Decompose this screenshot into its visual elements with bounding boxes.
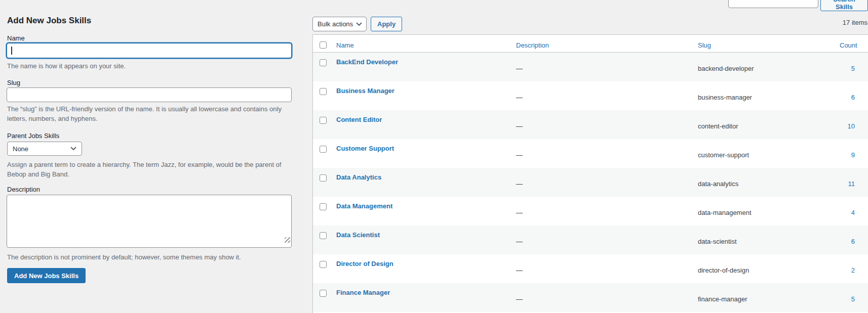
term-slug-cell: data-management [698, 197, 840, 226]
bulk-actions-value: Bulk actions [318, 20, 353, 28]
term-name-link[interactable]: Data Analytics [336, 173, 381, 181]
row-checkbox[interactable] [320, 88, 327, 95]
table-row: Customer Support — customer-support 9 [313, 139, 868, 168]
row-checkbox-cell [313, 254, 330, 283]
term-slug-cell: finance-manager [698, 283, 840, 312]
term-name-link[interactable]: Director of Design [336, 260, 393, 267]
name-input[interactable] [7, 43, 292, 58]
term-name-link[interactable]: Business Manager [336, 87, 394, 95]
term-name-cell: Data Analytics [330, 168, 516, 197]
table-row: Business Manager — business-manager 6 [313, 81, 868, 110]
term-name-cell: Director of Design [330, 254, 516, 283]
term-description-cell: — [516, 197, 698, 226]
chevron-down-icon [70, 147, 76, 151]
term-name-link[interactable]: Customer Support [336, 145, 394, 152]
term-count-link[interactable]: 10 [848, 122, 855, 130]
term-name-cell: Finance Manager [330, 283, 516, 312]
term-count-link[interactable]: 5 [851, 295, 855, 303]
slug-input[interactable] [7, 87, 292, 102]
terms-table: Name Description Slug Count BackEnd Deve… [312, 34, 868, 313]
row-checkbox-cell [313, 283, 330, 312]
parent-label: Parent Jobs Skills [7, 132, 59, 140]
row-checkbox-cell [313, 139, 330, 168]
name-input-wrap [7, 43, 292, 58]
table-row: Data Analytics — data-analytics 11 [313, 168, 868, 197]
term-slug-cell: data-analytics [698, 168, 840, 197]
term-name-link[interactable]: Content Editor [336, 116, 382, 123]
term-count-link[interactable]: 9 [851, 151, 855, 159]
row-checkbox-cell [313, 197, 330, 226]
term-count-cell: 9 [840, 139, 868, 168]
table-body: BackEnd Developer — backend-developer 5 … [313, 53, 868, 312]
table-row: Director of Design — director-of-design … [313, 254, 868, 283]
apply-button[interactable]: Apply [371, 17, 402, 31]
row-checkbox[interactable] [320, 203, 327, 210]
table-row: Data Scientist — data-scientist 6 [313, 226, 868, 254]
term-name-cell: Customer Support [330, 139, 516, 168]
term-description-cell: — [516, 226, 698, 254]
term-description-cell: — [516, 139, 698, 168]
term-description-cell: — [516, 283, 698, 312]
text-caret [11, 47, 12, 55]
term-description-cell: — [516, 254, 698, 283]
row-checkbox[interactable] [320, 174, 327, 182]
header-checkbox-cell [313, 35, 330, 52]
term-count-link[interactable]: 4 [851, 209, 855, 216]
row-checkbox[interactable] [320, 59, 327, 66]
table-row: Finance Manager — finance-manager 5 [313, 283, 868, 312]
term-count-link[interactable]: 6 [851, 238, 855, 245]
term-description-cell: — [516, 168, 698, 197]
column-header-description[interactable]: Description [516, 35, 698, 52]
term-slug-cell: customer-support [698, 139, 840, 168]
term-name-cell: BackEnd Developer [330, 53, 516, 81]
term-count-cell: 6 [840, 81, 868, 110]
row-checkbox-cell [313, 110, 330, 139]
textarea-resize-handle[interactable] [285, 237, 290, 243]
items-count: 17 items [785, 19, 867, 26]
table-row: Data Management — data-management 4 [313, 197, 868, 226]
row-checkbox[interactable] [320, 232, 327, 239]
search-skills-button[interactable]: Search Skills [820, 0, 868, 11]
term-name-link[interactable]: Data Scientist [336, 231, 380, 239]
search-input[interactable] [728, 0, 818, 8]
term-description-cell: — [516, 110, 698, 139]
row-checkbox[interactable] [320, 261, 327, 268]
parent-help: Assign a parent term to create a hierarc… [7, 160, 293, 179]
row-checkbox-cell [313, 168, 330, 197]
select-all-checkbox[interactable] [320, 41, 327, 49]
term-name-link[interactable]: Data Management [336, 202, 392, 210]
name-help: The name is how it appears on your site. [7, 61, 293, 71]
term-count-link[interactable]: 2 [851, 266, 855, 274]
term-count-link[interactable]: 5 [851, 65, 855, 72]
column-header-slug[interactable]: Slug [698, 35, 840, 52]
term-name-cell: Business Manager [330, 81, 516, 110]
row-checkbox[interactable] [320, 117, 327, 124]
description-label: Description [7, 186, 40, 193]
add-new-jobs-skills-button[interactable]: Add New Jobs Skills [7, 268, 86, 283]
term-count-cell: 11 [840, 168, 868, 197]
term-slug-cell: data-scientist [698, 226, 840, 254]
row-checkbox-cell [313, 81, 330, 110]
table-header-row: Name Description Slug Count [313, 35, 868, 53]
term-slug-cell: director-of-design [698, 254, 840, 283]
row-checkbox-cell [313, 53, 330, 81]
column-header-count[interactable]: Count [840, 35, 868, 52]
term-description-cell: — [516, 53, 698, 81]
parent-select[interactable]: None [7, 142, 82, 156]
description-textarea[interactable] [7, 195, 292, 248]
column-header-name[interactable]: Name [330, 35, 516, 52]
row-checkbox[interactable] [320, 146, 327, 153]
term-name-link[interactable]: BackEnd Developer [336, 58, 398, 66]
form-title: Add New Jobs Skills [7, 16, 91, 26]
slug-input-wrap [7, 87, 292, 102]
table-row: BackEnd Developer — backend-developer 5 [313, 53, 868, 81]
term-name-cell: Content Editor [330, 110, 516, 139]
term-slug-cell: business-manager [698, 81, 840, 110]
bulk-actions-select[interactable]: Bulk actions [312, 17, 367, 31]
term-count-link[interactable]: 6 [851, 94, 855, 101]
row-checkbox[interactable] [320, 290, 327, 297]
term-name-link[interactable]: Finance Manager [336, 289, 390, 296]
term-name-cell: Data Management [330, 197, 516, 226]
term-count-cell: 4 [840, 197, 868, 226]
term-count-link[interactable]: 11 [848, 180, 855, 188]
